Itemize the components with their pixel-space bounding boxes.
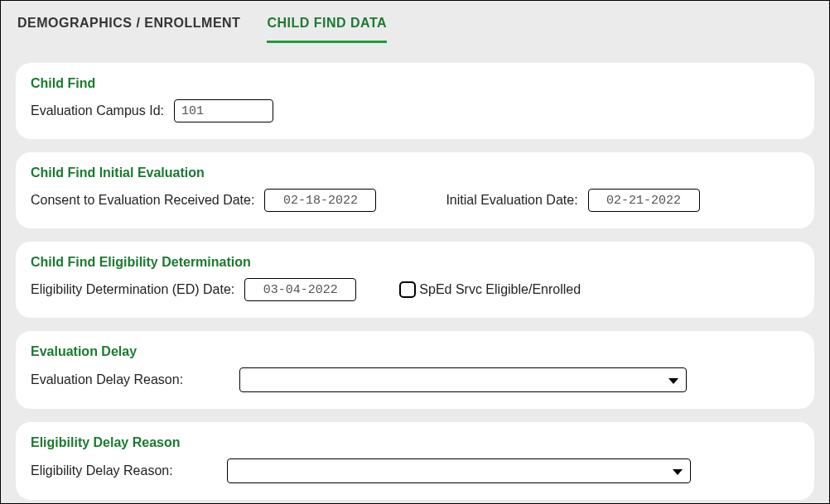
section-title-eligibility: Child Find Eligibility Determination <box>31 255 799 270</box>
section-title-eval-delay: Evaluation Delay <box>31 344 799 359</box>
section-title-elig-delay: Eligibility Delay Reason <box>31 435 799 450</box>
label-ed-date: Eligibility Determination (ED) Date: <box>31 282 234 297</box>
label-eval-delay-reason: Evaluation Delay Reason: <box>31 372 229 387</box>
card-child-find: Child Find Evaluation Campus Id: <box>16 63 814 139</box>
select-eval-delay-reason[interactable] <box>239 367 687 392</box>
card-evaluation-delay: Evaluation Delay Evaluation Delay Reason… <box>16 331 814 409</box>
tab-bar: DEMOGRAPHICS / ENROLLMENT CHILD FIND DAT… <box>16 11 814 43</box>
tab-demographics[interactable]: DEMOGRAPHICS / ENROLLMENT <box>17 16 240 43</box>
checkbox-sped-eligible[interactable] <box>399 281 416 298</box>
label-initial-eval-date: Initial Evaluation Date: <box>446 193 577 208</box>
input-eval-campus-id[interactable] <box>174 99 273 122</box>
input-ed-date[interactable] <box>244 278 356 301</box>
card-eligibility-determination: Child Find Eligibility Determination Eli… <box>16 242 814 318</box>
section-title-initial-eval: Child Find Initial Evaluation <box>31 166 799 180</box>
select-elig-delay-reason[interactable] <box>227 458 691 483</box>
card-eligibility-delay: Eligibility Delay Reason Eligibility Del… <box>16 422 814 500</box>
label-eval-campus-id: Evaluation Campus Id: <box>31 103 164 118</box>
input-consent-date[interactable] <box>264 189 376 212</box>
label-sped-eligible: SpEd Srvc Eligible/Enrolled <box>419 282 581 297</box>
input-initial-eval-date[interactable] <box>588 189 700 212</box>
label-consent-date: Consent to Evaluation Received Date: <box>31 193 254 208</box>
label-elig-delay-reason: Eligibility Delay Reason: <box>31 463 217 478</box>
card-initial-evaluation: Child Find Initial Evaluation Consent to… <box>16 152 814 228</box>
section-title-child-find: Child Find <box>31 76 799 91</box>
tab-child-find-data[interactable]: CHILD FIND DATA <box>267 16 387 43</box>
